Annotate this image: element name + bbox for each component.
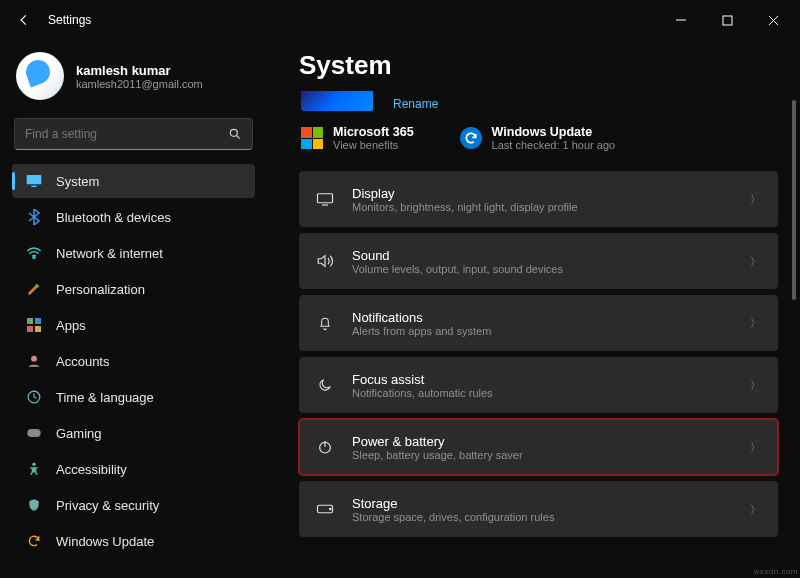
sidebar-item-label: Apps [56,318,86,333]
sidebar-item-system[interactable]: System [12,164,255,198]
user-profile[interactable]: kamlesh kumar kamlesh2011@gmail.com [16,52,251,100]
bell-icon [314,315,336,331]
avatar [16,52,64,100]
svg-rect-14 [318,194,333,203]
card-title: Power & battery [352,434,734,449]
card-sound[interactable]: SoundVolume levels, output, input, sound… [299,233,778,289]
sidebar-item-accessibility[interactable]: Accessibility [12,452,255,486]
tile-windows-update[interactable]: Windows Update Last checked: 1 hour ago [460,125,616,151]
back-button[interactable] [4,0,44,40]
window-title: Settings [48,13,91,27]
chevron-right-icon: 〉 [750,378,761,393]
time-icon [26,389,42,405]
user-email: kamlesh2011@gmail.com [76,78,203,90]
svg-rect-9 [35,326,41,332]
rename-link[interactable]: Rename [393,97,438,111]
main-content: System Rename Microsoft 365 View benefit… [265,40,800,578]
svg-rect-3 [27,175,42,184]
sidebar-item-network[interactable]: Network & internet [12,236,255,270]
card-subtitle: Notifications, automatic rules [352,387,734,399]
chevron-right-icon: 〉 [750,440,761,455]
settings-cards: DisplayMonitors, brightness, night light… [299,171,778,537]
sidebar-nav: System Bluetooth & devices Network & int… [12,164,255,558]
scrollbar[interactable] [792,100,796,570]
sidebar-item-accounts[interactable]: Accounts [12,344,255,378]
privacy-icon [26,497,42,513]
close-button[interactable] [750,4,796,36]
card-title: Display [352,186,734,201]
moon-icon [314,377,336,393]
page-title: System [299,50,778,81]
card-title: Focus assist [352,372,734,387]
card-notifications[interactable]: NotificationsAlerts from apps and system… [299,295,778,351]
card-display[interactable]: DisplayMonitors, brightness, night light… [299,171,778,227]
sidebar-item-label: Windows Update [56,534,154,549]
display-icon [314,192,336,206]
search-box[interactable] [14,118,253,150]
card-title: Storage [352,496,734,511]
device-row: Rename [299,91,778,111]
sidebar-item-windows-update[interactable]: Windows Update [12,524,255,558]
sidebar-item-label: Time & language [56,390,154,405]
bluetooth-icon [26,209,42,225]
tile-subtitle: View benefits [333,139,414,151]
sidebar-item-label: Accessibility [56,462,127,477]
sidebar-item-privacy[interactable]: Privacy & security [12,488,255,522]
svg-point-17 [330,508,332,510]
sidebar-item-personalization[interactable]: Personalization [12,272,255,306]
accessibility-icon [26,461,42,477]
card-storage[interactable]: StorageStorage space, drives, configurat… [299,481,778,537]
storage-icon [314,503,336,515]
sidebar-item-bluetooth[interactable]: Bluetooth & devices [12,200,255,234]
svg-rect-6 [27,318,33,324]
tile-subtitle: Last checked: 1 hour ago [492,139,616,151]
card-subtitle: Storage space, drives, configuration rul… [352,511,734,523]
microsoft-365-icon [301,127,323,149]
chevron-right-icon: 〉 [750,254,761,269]
watermark: wsxdn.com [753,567,798,576]
svg-point-5 [33,257,35,259]
windows-update-icon [460,127,482,149]
tile-title: Microsoft 365 [333,125,414,139]
search-icon [228,127,242,141]
sidebar-item-apps[interactable]: Apps [12,308,255,342]
tile-microsoft-365[interactable]: Microsoft 365 View benefits [301,125,414,151]
card-focus-assist[interactable]: Focus assistNotifications, automatic rul… [299,357,778,413]
maximize-button[interactable] [704,4,750,36]
card-subtitle: Monitors, brightness, night light, displ… [352,201,734,213]
network-icon [26,245,42,261]
search-input[interactable] [25,127,228,141]
card-subtitle: Volume levels, output, input, sound devi… [352,263,734,275]
gaming-icon [26,425,42,441]
card-title: Sound [352,248,734,263]
personalization-icon [26,281,42,297]
chevron-right-icon: 〉 [750,192,761,207]
sidebar-item-label: Bluetooth & devices [56,210,171,225]
user-name: kamlesh kumar [76,63,203,78]
sidebar-item-gaming[interactable]: Gaming [12,416,255,450]
svg-rect-4 [31,186,36,187]
sidebar-item-label: Personalization [56,282,145,297]
card-title: Notifications [352,310,734,325]
accounts-icon [26,353,42,369]
sidebar-item-label: Network & internet [56,246,163,261]
title-bar: Settings [0,0,800,40]
sidebar: kamlesh kumar kamlesh2011@gmail.com Syst… [0,40,265,578]
window-controls [658,4,796,36]
sidebar-item-time-language[interactable]: Time & language [12,380,255,414]
device-thumbnail [301,91,373,111]
card-subtitle: Sleep, battery usage, battery saver [352,449,734,461]
system-icon [26,173,42,189]
svg-point-2 [230,129,237,136]
apps-icon [26,317,42,333]
minimize-button[interactable] [658,4,704,36]
svg-point-10 [31,356,37,362]
svg-rect-8 [27,326,33,332]
scrollbar-thumb[interactable] [792,100,796,300]
card-power-battery[interactable]: Power & batterySleep, battery usage, bat… [299,419,778,475]
sidebar-item-label: Accounts [56,354,109,369]
sidebar-item-label: Privacy & security [56,498,159,513]
sidebar-item-label: System [56,174,99,189]
svg-point-13 [32,463,36,467]
update-icon [26,533,42,549]
